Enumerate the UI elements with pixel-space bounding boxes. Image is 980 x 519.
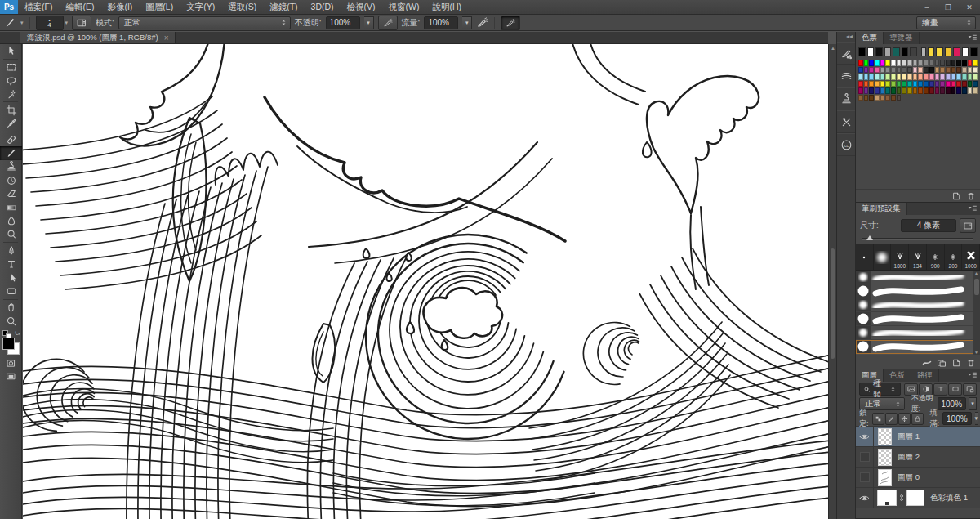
- color-swatch[interactable]: [946, 87, 951, 94]
- delete-swatch-button[interactable]: [966, 191, 976, 201]
- document-canvas[interactable]: [23, 44, 828, 519]
- color-swatch[interactable]: [935, 67, 940, 74]
- lock-pixels-button[interactable]: [885, 413, 898, 425]
- tool-clone-stamp[interactable]: [0, 160, 22, 174]
- recent-swatch[interactable]: [902, 47, 909, 56]
- tool-type[interactable]: [0, 257, 22, 271]
- scrollbar-thumb[interactable]: [831, 248, 835, 359]
- tool-brush[interactable]: [0, 146, 22, 160]
- lock-transparency-button[interactable]: [872, 413, 884, 425]
- color-swatch[interactable]: [864, 87, 869, 94]
- color-swatch[interactable]: [891, 74, 896, 80]
- menu-item-9[interactable]: 視窗(W): [382, 0, 426, 14]
- color-swatch[interactable]: [858, 74, 863, 80]
- color-swatch[interactable]: [951, 74, 956, 80]
- tool-marquee[interactable]: [0, 60, 22, 74]
- brush-tip-1800[interactable]: 1800: [891, 244, 909, 270]
- brush-preset-row[interactable]: [856, 340, 980, 354]
- color-swatch[interactable]: [913, 74, 918, 80]
- brush-tip-toggle-button[interactable]: [960, 218, 976, 233]
- color-swatch[interactable]: [962, 60, 967, 66]
- color-swatch[interactable]: [946, 67, 951, 74]
- color-swatch[interactable]: [913, 60, 918, 66]
- color-swatch[interactable]: [869, 87, 874, 94]
- recent-swatch[interactable]: [893, 47, 900, 56]
- flow-dropdown-button[interactable]: ▾: [462, 16, 472, 29]
- brush-preset-row[interactable]: [856, 326, 980, 340]
- chevron-down-icon[interactable]: ▾: [20, 20, 24, 26]
- tool-magic-wand[interactable]: [0, 87, 22, 101]
- color-swatch[interactable]: [858, 81, 863, 87]
- panel-menu-icon[interactable]: [967, 369, 980, 382]
- color-swatch[interactable]: [897, 67, 902, 74]
- tool-preset-brush-icon[interactable]: [4, 16, 16, 29]
- layer-thumbnail[interactable]: [878, 428, 892, 445]
- color-swatch[interactable]: [902, 67, 906, 74]
- color-swatch[interactable]: [880, 81, 885, 87]
- color-swatch[interactable]: [973, 67, 978, 74]
- color-swatch[interactable]: [940, 81, 945, 87]
- color-swatch[interactable]: [880, 74, 885, 80]
- document-tab[interactable]: 海波浪.psd @ 100% (圖層 1, RGB/8#) ×: [20, 32, 176, 43]
- color-swatch[interactable]: [951, 87, 956, 94]
- menu-item-10[interactable]: 說明(H): [426, 0, 469, 14]
- menu-item-1[interactable]: 編輯(E): [59, 0, 100, 14]
- color-swatch[interactable]: [858, 87, 863, 94]
- workspace-switcher[interactable]: 繪畫: [916, 16, 976, 29]
- opacity-dropdown-button[interactable]: ▾: [364, 16, 374, 29]
- recent-swatch[interactable]: [936, 47, 943, 56]
- chevron-down-icon[interactable]: ▾: [65, 20, 69, 26]
- foreground-color-well[interactable]: [2, 338, 15, 350]
- visibility-toggle[interactable]: [856, 488, 874, 508]
- layer-row[interactable]: 圖層 1: [856, 427, 980, 447]
- layer-filter-select[interactable]: 種類: [859, 383, 901, 396]
- color-swatch[interactable]: [918, 60, 923, 66]
- tool-dodge[interactable]: [0, 228, 22, 242]
- recent-swatch[interactable]: [970, 47, 978, 56]
- brush-tip-soft[interactable]: [874, 244, 892, 270]
- menu-item-5[interactable]: 選取(S): [221, 0, 263, 14]
- color-swatch[interactable]: [940, 74, 945, 80]
- stroke-preview-toggle[interactable]: [922, 358, 932, 368]
- color-swatch[interactable]: [875, 87, 880, 94]
- color-swatch[interactable]: [962, 81, 967, 87]
- tool-lasso[interactable]: [0, 74, 22, 87]
- brush-size-preview[interactable]: •4: [36, 16, 64, 30]
- color-swatch[interactable]: [891, 95, 896, 101]
- filter-shape-button[interactable]: [948, 383, 962, 396]
- color-swatch[interactable]: [858, 95, 863, 101]
- panel-menu-icon[interactable]: [967, 32, 980, 44]
- close-button[interactable]: ✕: [959, 0, 980, 14]
- color-swatch[interactable]: [968, 60, 973, 66]
- layer-thumbnail[interactable]: [878, 469, 892, 486]
- color-swatch[interactable]: [907, 87, 912, 94]
- color-swatch[interactable]: [869, 67, 874, 74]
- color-swatch[interactable]: [951, 60, 956, 66]
- canvas-vertical-scrollbar[interactable]: ▲: [828, 44, 836, 519]
- delete-brush-button[interactable]: [966, 358, 976, 368]
- brush-tip-dot[interactable]: [856, 244, 874, 270]
- color-swatch[interactable]: [918, 81, 923, 87]
- tool-smudge[interactable]: [0, 214, 22, 228]
- color-swatch[interactable]: [940, 87, 945, 94]
- brush-size-slider[interactable]: [862, 235, 973, 242]
- swap-colors-icon[interactable]: ⤿: [15, 330, 20, 337]
- menu-item-2[interactable]: 影像(I): [100, 0, 139, 14]
- tab-navigator[interactable]: 導覽器: [884, 32, 920, 44]
- color-swatch[interactable]: [973, 60, 978, 66]
- tab-channels[interactable]: 色版: [884, 369, 911, 382]
- panel-menu-icon[interactable]: [967, 203, 980, 215]
- color-swatch[interactable]: [956, 81, 961, 87]
- color-swatch[interactable]: [869, 74, 874, 80]
- fill-layer-thumbnail[interactable]: [877, 490, 897, 506]
- color-swatch[interactable]: [880, 67, 885, 74]
- layer-row[interactable]: 色彩填色 1: [856, 488, 980, 508]
- color-swatch[interactable]: [875, 74, 880, 80]
- color-swatch[interactable]: [956, 60, 961, 66]
- brush-tip-1000[interactable]: 1000: [962, 244, 980, 270]
- color-swatch[interactable]: [902, 74, 906, 80]
- slider-thumb[interactable]: [866, 235, 873, 240]
- brush-size-field[interactable]: 4 像素: [901, 219, 956, 232]
- color-swatch[interactable]: [968, 81, 973, 87]
- color-swatch[interactable]: [929, 81, 934, 87]
